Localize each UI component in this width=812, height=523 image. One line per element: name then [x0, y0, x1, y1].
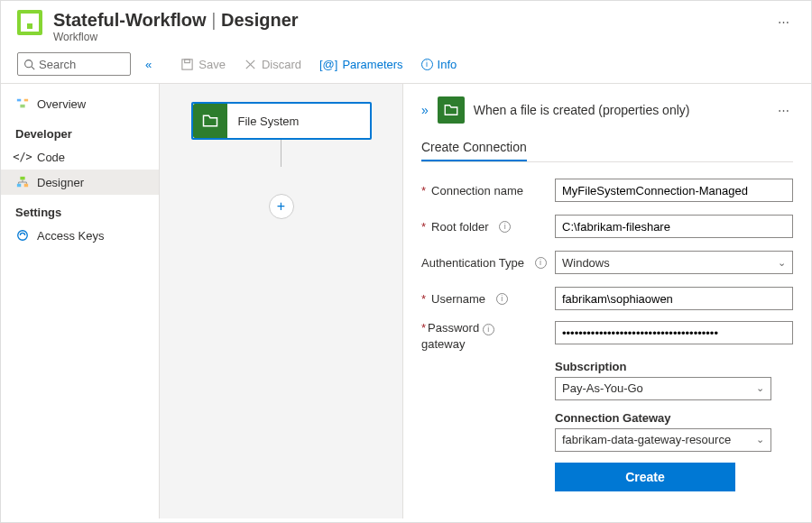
access-keys-icon — [15, 228, 30, 243]
info-icon[interactable]: i — [496, 293, 508, 305]
username-label: *Username i — [421, 292, 555, 306]
sidebar-item-access-keys[interactable]: Access Keys — [1, 223, 159, 248]
password-label: *Password i gateway — [421, 321, 555, 351]
info-icon[interactable]: i — [535, 257, 547, 269]
auth-type-select[interactable]: Windows⌄ — [555, 251, 793, 274]
svg-rect-9 — [20, 177, 24, 180]
sidebar-item-overview[interactable]: Overview — [1, 91, 159, 116]
connection-name-input[interactable] — [555, 179, 793, 202]
trigger-card-title: File System — [227, 115, 310, 128]
save-icon — [180, 58, 194, 71]
collapse-sidebar-button[interactable]: « — [140, 58, 157, 71]
add-step-button[interactable]: + — [269, 194, 294, 219]
toolbar: Search « Save Discard [@] Parameters i I… — [1, 49, 811, 84]
discard-button[interactable]: Discard — [236, 54, 309, 75]
chevron-down-icon: ⌄ — [778, 257, 786, 269]
sidebar-item-code[interactable]: </> Code — [1, 144, 159, 170]
svg-point-0 — [25, 60, 32, 67]
auth-type-label: Authentication Type i — [421, 256, 555, 270]
chevron-down-icon: ⌄ — [756, 382, 764, 394]
subscription-select[interactable]: Pay-As-You-Go⌄ — [555, 377, 771, 400]
sidebar-group-settings: Settings — [1, 195, 159, 223]
chevron-down-icon: ⌄ — [756, 434, 764, 445]
panel-more-icon[interactable]: ⋯ — [774, 100, 793, 121]
overview-icon — [15, 96, 30, 111]
page-header: Stateful-Workflow | Designer Workflow ⋯ — [1, 1, 811, 49]
designer-icon — [15, 175, 30, 189]
sidebar-item-label: Designer — [37, 176, 84, 189]
file-system-icon — [438, 96, 465, 124]
trigger-card[interactable]: File System — [191, 102, 372, 140]
page-subtitle: Workflow — [53, 31, 772, 43]
page-title: Stateful-Workflow | Designer — [53, 10, 772, 31]
panel-title: When a file is created (properties only) — [474, 103, 765, 117]
password-input[interactable] — [555, 321, 793, 344]
info-icon: i — [421, 59, 433, 70]
info-icon[interactable]: i — [483, 324, 494, 335]
svg-rect-2 — [182, 59, 192, 69]
create-button[interactable]: Create — [555, 463, 735, 491]
sidebar-item-label: Code — [37, 151, 65, 164]
search-input[interactable]: Search — [17, 52, 131, 76]
designer-canvas[interactable]: File System + — [160, 84, 403, 518]
expand-panel-button[interactable]: » — [421, 103, 429, 117]
sidebar-group-developer: Developer — [1, 116, 159, 144]
save-button[interactable]: Save — [173, 54, 233, 75]
workflow-icon — [17, 10, 42, 35]
connection-gateway-select[interactable]: fabrikam-data-gateway-resource⌄ — [555, 428, 771, 452]
info-icon[interactable]: i — [499, 221, 511, 233]
svg-rect-8 — [20, 105, 24, 108]
details-panel: » When a file is created (properties onl… — [403, 84, 811, 518]
connection-gateway-label: Connection Gateway — [555, 411, 793, 425]
svg-rect-3 — [185, 59, 190, 62]
svg-rect-6 — [17, 99, 21, 102]
parameters-button[interactable]: [@] Parameters — [312, 54, 411, 75]
sidebar-item-label: Overview — [37, 97, 86, 111]
info-button[interactable]: i Info — [414, 54, 465, 75]
svg-rect-10 — [17, 184, 21, 188]
file-system-icon — [193, 104, 227, 138]
svg-line-1 — [32, 66, 34, 69]
tab-create-connection[interactable]: Create Connection — [421, 140, 527, 161]
svg-rect-7 — [24, 99, 28, 102]
search-icon — [23, 59, 35, 70]
root-folder-input[interactable] — [555, 215, 793, 238]
sidebar: Overview Developer </> Code Designer Set… — [1, 84, 160, 518]
parameters-icon: [@] — [319, 58, 337, 71]
svg-point-16 — [18, 231, 28, 241]
root-folder-label: *Root folder i — [421, 220, 555, 234]
more-icon[interactable]: ⋯ — [772, 10, 795, 34]
discard-icon — [244, 58, 257, 71]
connection-name-label: *Connection name — [421, 184, 555, 197]
subscription-label: Subscription — [555, 360, 793, 373]
sidebar-item-label: Access Keys — [37, 229, 104, 243]
username-input[interactable] — [555, 287, 793, 310]
sidebar-item-designer[interactable]: Designer — [1, 170, 159, 195]
svg-rect-11 — [24, 184, 28, 188]
code-icon: </> — [15, 150, 30, 164]
